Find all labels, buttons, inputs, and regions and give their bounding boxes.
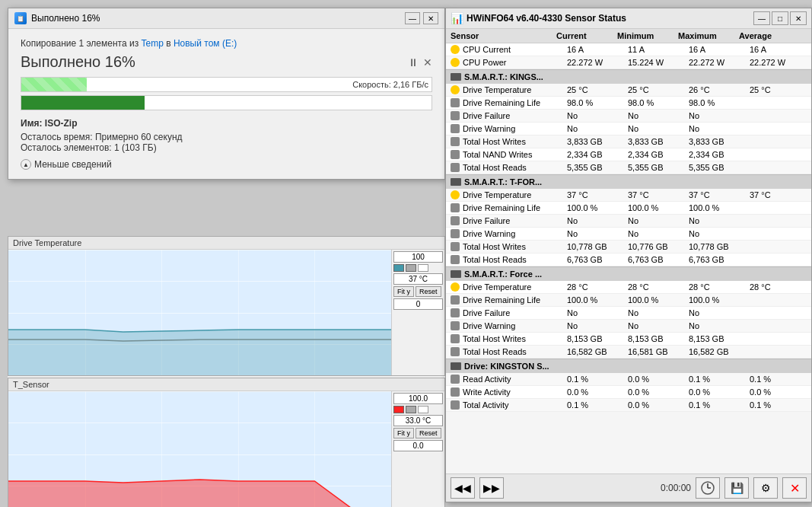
hwinfo-window: 📊 HWiNFO64 v6.40-4330 Sensor Status — □ … xyxy=(445,8,812,502)
save-button[interactable]: 💾 xyxy=(724,477,749,499)
items-remaining: Осталось элементов: 1 (103 ГБ) xyxy=(21,142,432,153)
col-average: Average xyxy=(739,31,796,40)
secondary-color-swatch xyxy=(406,264,416,272)
drive-temp-chart-title: Drive Temperature xyxy=(8,237,444,250)
charts-area: Drive Temperature xyxy=(8,236,445,507)
tfor-warning-icon xyxy=(451,229,460,238)
t-sensor-chart: T_Sensor xyxy=(8,378,445,507)
force-writes-icon xyxy=(451,334,460,343)
secondary-progress-fill xyxy=(21,96,145,110)
tfor-host-writes: Total Host Writes 10,778 GB10,776 GB10,7… xyxy=(446,241,811,254)
kings-failure-icon xyxy=(451,111,460,120)
read-activity-icon xyxy=(451,375,460,384)
kingston-read-activity: Read Activity 0.1 %0.0 %0.1 %0.1 % xyxy=(446,373,811,386)
kings-drive-failure: Drive Failure NoNoNo xyxy=(446,110,811,123)
force-failure-icon xyxy=(451,308,460,317)
drive-temp-canvas xyxy=(8,250,391,375)
sensor-row-cpu-current: CPU Current 16 A 11 A 16 A 16 A xyxy=(446,43,811,56)
tfor-life-icon xyxy=(451,203,460,212)
tfor-reads-icon xyxy=(451,255,460,264)
progress-controls: ⏸ ✕ xyxy=(408,56,432,69)
hwinfo-restore-btn[interactable]: □ xyxy=(772,11,788,25)
fit-y-button[interactable]: Fit y xyxy=(393,286,414,297)
force-warning-icon xyxy=(451,321,460,330)
drive-icon-force xyxy=(451,270,461,278)
kings-writes-icon xyxy=(451,137,460,146)
copy-dialog-title-bar: 📋 Выполнено 16% — ✕ xyxy=(8,8,444,29)
t-current-value-box: 33.0 °C xyxy=(393,415,443,426)
chevron-icon: ▲ xyxy=(21,159,31,170)
next-button[interactable]: ▶▶ xyxy=(479,477,504,499)
t-fit-y-button[interactable]: Fit y xyxy=(393,428,414,438)
force-drive-temp: Drive Temperature 28 °C28 °C28 °C28 °C xyxy=(446,281,811,294)
t-sensor-chart-body: 100.0 33.0 °C Fit y Reset 0.0 xyxy=(8,391,444,507)
copy-dialog-controls: — ✕ xyxy=(405,12,438,24)
file-info: Имя: ISO-Zip Осталось время: Примерно 60… xyxy=(21,118,432,153)
hwinfo-window-controls: — □ ✕ xyxy=(753,11,807,25)
hwinfo-table-header: Sensor Current Minimum Maximum Average xyxy=(446,29,811,43)
prev-button[interactable]: ◀◀ xyxy=(451,477,475,499)
kings-host-writes: Total Host Writes 3,833 GB3,833 GB3,833 … xyxy=(446,136,811,148)
reset-button[interactable]: Reset xyxy=(416,286,441,297)
filename-row: Имя: ISO-Zip xyxy=(21,118,432,129)
tfor-drive-temp: Drive Temperature 37 °C37 °C37 °C37 °C xyxy=(446,189,811,202)
hwinfo-close-btn[interactable]: ✕ xyxy=(790,11,807,25)
drive-icon-tfor xyxy=(451,178,461,186)
tfor-failure-icon xyxy=(451,216,460,225)
cpu-current-icon xyxy=(451,45,460,54)
t-reset-button[interactable]: Reset xyxy=(416,428,441,438)
copy-dialog-title: 📋 Выполнено 16% xyxy=(14,12,100,24)
group-header-tfor: S.M.A.R.T.: T-FOR... xyxy=(446,174,811,189)
to-link[interactable]: Новый том (E:) xyxy=(174,38,237,49)
t-chart-btn-row: Fit y Reset xyxy=(393,428,443,438)
stop-button[interactable]: ✕ xyxy=(782,477,807,499)
settings-button[interactable]: ⚙ xyxy=(753,477,778,499)
from-link[interactable]: Temp xyxy=(141,38,163,49)
group-force-name: S.M.A.R.T.: Force ... xyxy=(451,269,567,279)
close-button[interactable]: ✕ xyxy=(423,12,438,24)
cpu-power-icon xyxy=(451,58,460,67)
hwinfo-body[interactable]: CPU Current 16 A 11 A 16 A 16 A CPU Powe… xyxy=(446,43,811,474)
col-minimum: Minimum xyxy=(617,31,678,40)
hwinfo-title: 📊 HWiNFO64 v6.40-4330 Sensor Status xyxy=(451,12,626,24)
kings-remaining-life: Drive Remaining Life 98.0 %98.0 %98.0 % xyxy=(446,97,811,110)
pause-button[interactable]: ⏸ xyxy=(408,56,419,69)
t-sensor-canvas xyxy=(8,391,391,507)
kings-drive-warning: Drive Warning NoNoNo xyxy=(446,123,811,136)
force-temp-icon xyxy=(451,282,460,292)
col-current: Current xyxy=(556,31,617,40)
copy-dialog-title-label: Выполнено 16% xyxy=(31,13,100,24)
kingston-total-activity: Total Activity 0.1 %0.0 %0.1 %0.1 % xyxy=(446,399,811,412)
drive-icon-kingston xyxy=(451,362,461,370)
hwinfo-minimize-btn[interactable]: — xyxy=(753,11,770,25)
force-reads-icon xyxy=(451,347,460,356)
group-tfor-name: S.M.A.R.T.: T-FOR... xyxy=(451,177,567,187)
details-toggle[interactable]: ▲ Меньше сведений xyxy=(21,159,432,170)
primary-color-swatch xyxy=(393,264,404,272)
t-min-value-box: 0.0 xyxy=(393,440,443,451)
t-sensor-chart-title: T_Sensor xyxy=(8,378,444,391)
cancel-button[interactable]: ✕ xyxy=(423,56,432,69)
hwinfo-icon: 📊 xyxy=(451,12,463,24)
minimize-button[interactable]: — xyxy=(405,12,420,24)
kings-host-reads: Total Host Reads 5,355 GB5,355 GB5,355 G… xyxy=(446,161,811,174)
max-value-box: 100 xyxy=(393,251,443,263)
min-value-box: 0 xyxy=(393,298,443,310)
color-row xyxy=(393,264,443,272)
drive-temp-sidebar: 100 37 °C Fit y Reset 0 xyxy=(391,250,444,375)
kings-nand-icon xyxy=(451,150,460,159)
t-color-row xyxy=(393,406,443,413)
t-primary-color-swatch xyxy=(393,406,404,413)
t-secondary-color-swatch xyxy=(406,406,416,413)
t-sensor-svg xyxy=(8,391,391,507)
svg-marker-0 xyxy=(8,330,391,375)
tfor-host-reads: Total Host Reads 6,763 GB6,763 GB6,763 G… xyxy=(446,254,811,266)
force-remaining-life: Drive Remaining Life 100.0 %100.0 %100.0… xyxy=(446,294,811,307)
sensor-row-cpu-power: CPU Power 22.272 W 15.224 W 22.272 W 22.… xyxy=(446,56,811,69)
force-drive-warning: Drive Warning NoNoNo xyxy=(446,320,811,333)
hwinfo-title-bar: 📊 HWiNFO64 v6.40-4330 Sensor Status — □ … xyxy=(446,8,811,29)
footer-time: 0:00:00 xyxy=(661,483,691,493)
kings-drive-temp: Drive Temperature 25 °C25 °C26 °C25 °C xyxy=(446,84,811,97)
tfor-drive-failure: Drive Failure NoNoNo xyxy=(446,215,811,228)
drive-temp-chart-body: 100 37 °C Fit y Reset 0 xyxy=(8,250,444,375)
